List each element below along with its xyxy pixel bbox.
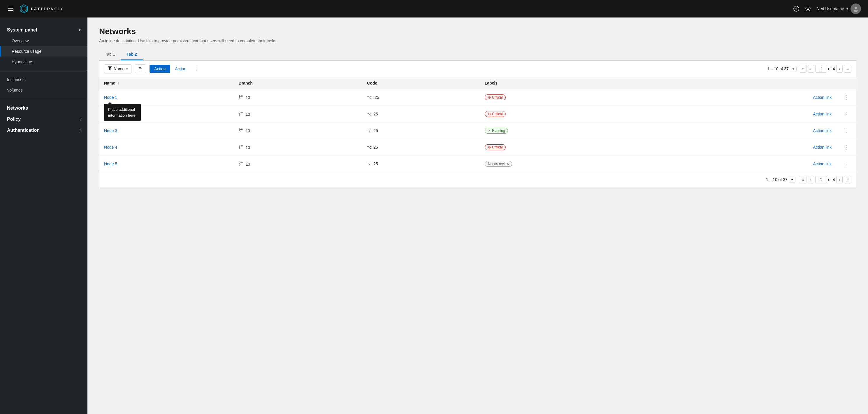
sidebar-item-resource-usage[interactable]: Resource usage [0,46,88,57]
row-5-kebab[interactable]: ⋮ [841,159,851,169]
svg-point-24 [239,131,240,132]
help-icon[interactable]: ? [794,6,799,12]
bottom-toolbar: 1 – 10 of 37 ▾ « ‹ of 4 › » [99,172,856,187]
row-4-branch: 10 [234,139,363,156]
bottom-pagination-of-total: of 4 [828,177,835,182]
row-4-name: Node 4 [99,139,234,156]
tab-bar: Tab 1 Tab 2 [99,49,856,60]
row-2-overflow: ⋮ [836,106,856,122]
row-3-action-link[interactable]: Action link [813,128,832,133]
row-1-kebab[interactable]: ⋮ [841,93,851,102]
tab-1[interactable]: Tab 1 [99,49,121,60]
svg-point-27 [239,148,240,149]
sidebar-item-authentication[interactable]: Authentication › [0,125,88,136]
branch-icon [239,95,244,100]
svg-point-21 [239,114,240,115]
overflow-menu-button[interactable]: ⋮ [191,64,202,73]
node-4-link[interactable]: Node 4 [104,145,117,150]
tab-2[interactable]: Tab 2 [121,49,143,60]
nav-right: ? Ned Username ▾ [794,3,861,14]
filter-label: Name [114,66,124,71]
filter-icon [108,66,112,71]
pagination-summary: 1 – 10 of 37 ▾ [767,66,797,72]
hamburger-menu[interactable] [7,5,14,12]
table-row: Node 3 10 ⌥25 ✓ Running [99,122,856,139]
page-title: Networks [99,27,856,36]
user-name: Ned Username [817,6,844,11]
action-secondary-button[interactable]: Action [174,65,187,73]
svg-text:?: ? [795,7,798,11]
branch-icon5 [239,162,244,167]
node-5-link[interactable]: Node 5 [104,161,117,166]
sidebar-item-instances[interactable]: Instances [0,75,88,85]
critical-icon3: ⊘ [488,145,491,149]
row-3-branch: 10 [234,122,363,139]
nav-left: PATTERNFLY [7,4,64,13]
user-menu[interactable]: Ned Username ▾ [817,3,861,14]
sort-name-icon[interactable]: ↑ [118,81,119,85]
chevron-down-icon3: ▾ [792,178,793,181]
row-3-overflow: ⋮ [836,122,856,139]
col-header-overflow [836,77,856,89]
label-running: ✓ Running [485,128,508,134]
branch-icon4 [239,145,244,150]
row-2-labels: ⊘ Critical [480,106,683,122]
row-4-action-link[interactable]: Action link [813,145,832,150]
sidebar-group-system[interactable]: System panel ▾ [0,25,88,36]
pagination-first-button[interactable]: « [799,65,806,72]
row-3-labels: ✓ Running [480,122,683,139]
main-content: Networks An inline description. Use this… [88,18,868,414]
row-2-code: ⌥25 [362,106,480,122]
chevron-right-icon2: › [79,128,81,132]
action-primary-button[interactable]: Action [150,65,170,73]
sidebar-item-networks[interactable]: Networks [0,102,88,114]
row-1-action-link[interactable]: Action link [813,95,832,100]
row-4-kebab[interactable]: ⋮ [841,143,851,152]
svg-point-11 [855,7,857,9]
tooltip-wrapper: Node 1 Place additional information here… [104,95,117,100]
node-1-link[interactable]: Node 1 [104,95,117,100]
row-3-code: ⌥25 [362,122,480,139]
row-3-kebab[interactable]: ⋮ [841,126,851,135]
filter-button[interactable]: Name ▾ [104,64,131,73]
settings-icon[interactable] [805,6,811,12]
sidebar-group-label: System panel [7,27,37,33]
code-icon: ⌥ [367,95,372,100]
chevron-right-icon: › [79,117,81,121]
bottom-per-page[interactable]: ▾ [789,177,796,183]
label-review: Needs review [485,161,513,167]
sort-button[interactable] [135,64,146,73]
bottom-pagination-controls: « ‹ of 4 › » [799,176,851,183]
sidebar-item-volumes[interactable]: Volumes [0,85,88,95]
row-2-action-link[interactable]: Action link [813,112,832,116]
sidebar-item-hypervisors[interactable]: Hypervisors [0,57,88,67]
pagination-count-label: 1 – 10 of 37 [767,66,789,71]
page-layout: System panel ▾ Overview Resource usage H… [0,18,868,414]
row-5-action-link[interactable]: Action link [813,161,832,166]
pagination-next-button[interactable]: › [836,65,843,72]
bottom-pagination-prev[interactable]: ‹ [808,176,814,183]
pagination-last-button[interactable]: » [844,65,851,72]
svg-point-30 [239,164,240,165]
node-2-link[interactable]: Node 2 [104,112,117,116]
pagination-page-input[interactable] [815,65,827,72]
row-5-name: Node 5 [99,156,234,172]
svg-point-10 [807,8,809,10]
row-5-action: Action link [683,156,836,172]
bottom-pagination-input[interactable] [815,176,827,183]
pagination-per-page[interactable]: ▾ [790,66,797,72]
node-3-link[interactable]: Node 3 [104,128,117,133]
bottom-pagination-next[interactable]: › [836,176,843,183]
row-5-labels: Needs review [480,156,683,172]
bottom-pagination-first[interactable]: « [799,176,806,183]
logo-text: PATTERNFLY [31,7,64,11]
row-2-kebab[interactable]: ⋮ [841,109,851,119]
toolbar-right: 1 – 10 of 37 ▾ « ‹ of 4 › » [767,65,851,72]
pagination-prev-button[interactable]: ‹ [808,65,814,72]
row-2-action: Action link [683,106,836,122]
sidebar-item-overview[interactable]: Overview [0,36,88,46]
sidebar-policy-label: Policy [7,117,21,122]
row-1-overflow: ⋮ [836,89,856,106]
sidebar-item-policy[interactable]: Policy › [0,114,88,125]
bottom-pagination-last[interactable]: » [844,176,851,183]
